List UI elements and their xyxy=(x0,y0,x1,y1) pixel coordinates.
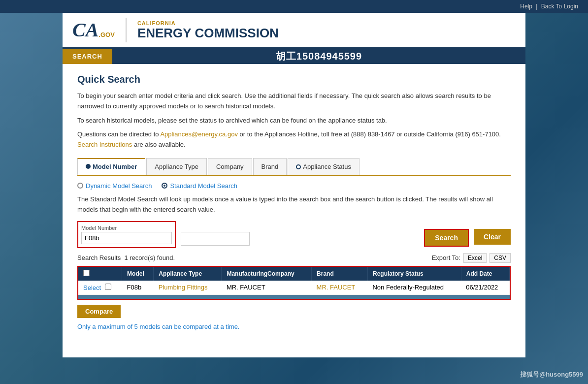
results-count: 1 record(s) found. xyxy=(124,254,175,261)
ca-text: CA xyxy=(72,20,98,40)
col-company: ManufacturingCompany xyxy=(222,267,312,281)
california-label: CALIFORNIA xyxy=(137,20,279,26)
cell-appliance-type: Plumbing Fittings xyxy=(154,281,222,295)
cell-company: MR. FAUCET xyxy=(222,281,312,295)
appliance-type-link[interactable]: Plumbing Fittings xyxy=(159,284,208,291)
email-link[interactable]: Appliances@energy.ca.gov xyxy=(160,130,238,138)
cell-select-link: Select xyxy=(78,281,122,295)
cell-regulatory-status: Non Federally-Regulated xyxy=(367,281,461,295)
top-separator: | xyxy=(536,3,537,10)
search-nav-tab[interactable]: SEARCH xyxy=(63,49,112,64)
table-body: Select F08b Plumbing Fittings MR. FAUCET… xyxy=(78,281,510,295)
top-bar: Help | Back To Login xyxy=(0,0,588,13)
tab-appliance-type[interactable]: Appliance Type xyxy=(146,158,207,175)
tab-radio-appliance-status xyxy=(296,164,301,169)
description-3: Questions can be directed to Appliances@… xyxy=(77,129,511,150)
tab-appliance-status-label: Appliance Status xyxy=(303,163,351,170)
clear-button[interactable]: Clear xyxy=(474,229,511,245)
main-container: CA .GOV CALIFORNIA ENERGY COMMISSION SEA… xyxy=(63,13,525,357)
col-brand: Brand xyxy=(312,267,368,281)
page-title: Quick Search xyxy=(77,74,511,85)
dot-gov-text: .GOV xyxy=(98,32,115,38)
back-to-login-link[interactable]: Back To Login xyxy=(541,3,578,10)
watermark: 搜狐号@husong5599 xyxy=(520,370,583,379)
col-appliance-type: Appliance Type xyxy=(154,267,222,281)
nav-bar: SEARCH 胡工15084945599 xyxy=(63,49,525,64)
col-add-date: Add Date xyxy=(461,267,509,281)
csv-button[interactable]: CSV xyxy=(490,253,511,263)
model-number-field: Model Number xyxy=(77,221,176,248)
col-model: Model xyxy=(122,267,154,281)
col-select xyxy=(78,267,122,281)
standard-label-text: Standard Model Search xyxy=(170,182,237,190)
org-name: CALIFORNIA ENERGY COMMISSION xyxy=(137,20,279,40)
export-label: Export To: xyxy=(432,254,460,261)
results-table: Model Appliance Type ManufacturingCompan… xyxy=(78,267,510,295)
standard-search-label[interactable]: Standard Model Search xyxy=(162,182,237,190)
search-instructions-link[interactable]: Search Instructions xyxy=(77,141,132,148)
tab-radio-model-number xyxy=(86,164,91,169)
results-header: Search Results 1 record(s) found. Export… xyxy=(77,253,511,263)
description-2: To search historical models, please set … xyxy=(77,116,511,126)
results-table-wrapper: Model Appliance Type ManufacturingCompan… xyxy=(77,266,511,300)
search-info-text: The Standard Model Search will look up m… xyxy=(77,194,511,215)
search-button[interactable]: Search xyxy=(424,229,469,247)
model-number-input[interactable] xyxy=(81,232,172,244)
search-row: Model Number Search Clear xyxy=(77,221,511,248)
results-label: Search Results 1 record(s) found. xyxy=(77,254,175,261)
desc3-mid: or to the Appliances Hotline, toll free … xyxy=(238,130,501,138)
cell-add-date: 06/21/2022 xyxy=(461,281,509,295)
tab-brand-label: Brand xyxy=(261,163,279,170)
tab-company-label: Company xyxy=(216,163,244,170)
tab-model-number-label: Model Number xyxy=(93,163,137,170)
table-header: Model Appliance Type ManufacturingCompan… xyxy=(78,267,510,281)
brand-link[interactable]: MR. FAUCET xyxy=(317,284,356,291)
dynamic-search-label[interactable]: Dynamic Model Search xyxy=(77,182,152,190)
col-regulatory-status: Regulatory Status xyxy=(367,267,461,281)
nav-title: 胡工15084945599 xyxy=(112,50,525,63)
model-number-label: Model Number xyxy=(81,225,172,231)
standard-radio[interactable] xyxy=(162,183,167,189)
secondary-search-input[interactable] xyxy=(181,232,250,246)
energy-commission-label: ENERGY COMMISSION xyxy=(137,26,279,40)
tab-appliance-status[interactable]: Appliance Status xyxy=(288,158,359,175)
tab-appliance-type-label: Appliance Type xyxy=(155,163,198,170)
desc3-prefix: Questions can be directed to xyxy=(77,130,160,138)
select-all-checkbox[interactable] xyxy=(83,270,90,276)
dynamic-label-text: Dynamic Model Search xyxy=(86,182,152,190)
desc3-suffix: are also available. xyxy=(132,141,185,148)
dynamic-radio[interactable] xyxy=(77,183,83,189)
logo-divider xyxy=(126,18,127,42)
logo-area: CA .GOV CALIFORNIA ENERGY COMMISSION xyxy=(72,18,279,42)
search-results-label: Search Results xyxy=(77,254,121,261)
help-link[interactable]: Help xyxy=(520,3,532,10)
search-type-radio-group: Dynamic Model Search Standard Model Sear… xyxy=(77,182,511,190)
table-row: Select F08b Plumbing Fittings MR. FAUCET… xyxy=(78,281,510,295)
header: CA .GOV CALIFORNIA ENERGY COMMISSION xyxy=(63,13,525,49)
tab-brand[interactable]: Brand xyxy=(253,158,287,175)
row-checkbox[interactable] xyxy=(105,284,111,290)
excel-button[interactable]: Excel xyxy=(463,253,487,263)
tab-company[interactable]: Company xyxy=(208,158,252,175)
table-scrollbar[interactable] xyxy=(78,295,510,299)
search-tabs: Model Number Appliance Type Company Bran… xyxy=(77,158,511,176)
compare-button[interactable]: Compare xyxy=(77,305,121,318)
compare-note: Only a maximum of 5 models can be compar… xyxy=(77,323,511,330)
ca-logo: CA .GOV xyxy=(72,20,115,40)
export-area: Export To: Excel CSV xyxy=(432,253,511,263)
cell-model: F08b xyxy=(122,281,154,295)
cell-brand: MR. FAUCET xyxy=(312,281,368,295)
tab-model-number[interactable]: Model Number xyxy=(77,158,145,175)
content-area: Quick Search To begin your search enter … xyxy=(63,64,525,340)
select-link[interactable]: Select xyxy=(83,284,101,291)
description-1: To begin your search enter model criteri… xyxy=(77,91,511,112)
